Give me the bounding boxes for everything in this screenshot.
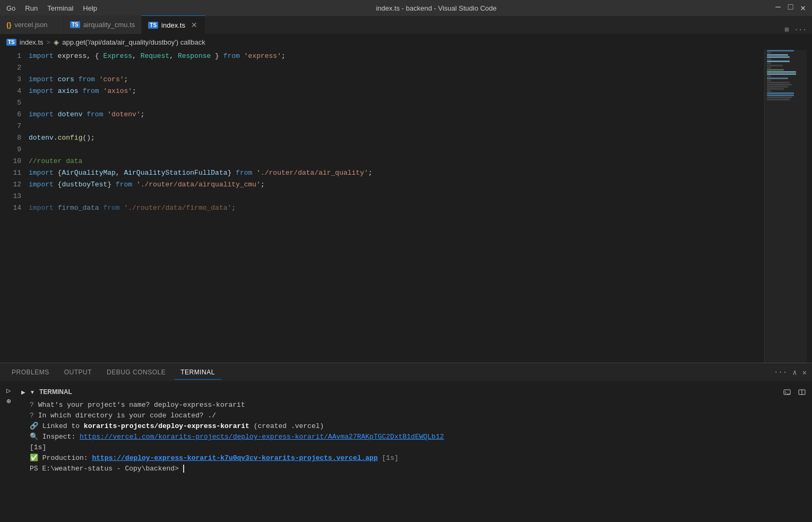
breadcrumb-sep: > (47, 38, 51, 46)
menu-run[interactable]: Run (25, 4, 38, 12)
line-num-7: 7 (0, 121, 21, 132)
terminal-content: ▷ ⊕ ▶ ▼ TERMINAL (0, 382, 812, 522)
tab-airquality-cmu[interactable]: TS airquality_cmu.ts (64, 15, 142, 34)
line-numbers: 1 2 3 4 5 6 7 8 9 10 11 12 13 14 (0, 49, 27, 363)
code-line-14: import firmo_data from './router/data/fi… (27, 202, 764, 214)
line-num-4: 4 (0, 85, 21, 97)
code-line-13 (27, 191, 764, 202)
panel-tab-bar: PROBLEMS OUTPUT DEBUG CONSOLE TERMINAL ·… (0, 363, 812, 382)
breadcrumb-context-icon: ◈ (54, 38, 59, 46)
code-line-8: dotenv . config (); (27, 132, 764, 144)
terminal-main: ▶ ▼ TERMINAL (21, 384, 808, 520)
panel-expand-icon[interactable]: ∧ (792, 368, 797, 377)
line-num-10: 10 (0, 156, 21, 167)
line-num-11: 11 (0, 167, 21, 179)
breadcrumb-context[interactable]: app.get('/api/data/air_quality/dustboy')… (62, 38, 205, 46)
line-num-1: 1 (0, 50, 21, 62)
ts-file-icon-breadcrumb: TS (6, 39, 16, 46)
split-editor-icon[interactable]: ⊞ (785, 25, 789, 34)
menu-terminal[interactable]: Terminal (47, 4, 73, 12)
maximize-button[interactable]: □ (788, 3, 793, 13)
line-num-5: 5 (0, 97, 21, 109)
menu-help[interactable]: Help (83, 4, 97, 12)
ts-file-icon: TS (70, 21, 80, 28)
editor-scrollbar[interactable] (807, 49, 812, 363)
terminal-split-icon[interactable] (796, 386, 808, 398)
tab-debug-console[interactable]: DEBUG CONSOLE (100, 365, 172, 379)
terminal-line-1: ? What's your project's name? deploy-exp… (21, 400, 808, 410)
line-num-13: 13 (0, 191, 21, 202)
tab-bar-actions: ⊞ ··· (785, 25, 812, 34)
tab-problems[interactable]: PROBLEMS (5, 365, 56, 379)
title-bar: Go Run Terminal Help index.ts - backend … (0, 0, 812, 16)
code-editor[interactable]: 1 2 3 4 5 6 7 8 9 10 11 12 13 14 import … (0, 49, 812, 363)
line-num-6: 6 (0, 109, 21, 121)
breadcrumb: TS index.ts > ◈ app.get('/api/data/air_q… (0, 35, 812, 49)
window-controls: ─ □ ✕ (775, 3, 806, 13)
minimize-button[interactable]: ─ (775, 3, 781, 13)
minimap (764, 49, 807, 363)
code-line-3: import cors from 'cors' ; (27, 74, 764, 85)
ts-file-icon-active: TS (148, 22, 158, 29)
minimap-content (765, 50, 807, 363)
code-line-6: import dotenv from 'dotenv' ; (27, 109, 764, 121)
json-file-icon: {} (6, 21, 11, 29)
line-num-8: 8 (0, 132, 21, 144)
panel-more-icon[interactable]: ··· (774, 368, 787, 376)
code-line-7 (27, 121, 764, 132)
code-line-4: import axios from 'axios' ; (27, 85, 764, 97)
terminal-sidebar: ▷ ⊕ (4, 384, 17, 520)
code-line-10: //router data (27, 156, 764, 167)
terminal-line-5: [1s] (21, 442, 808, 453)
code-line-11: import { AirQualityMap , AirQualityStati… (27, 167, 764, 179)
terminal-line-4: 🔍 Inspect: https://vercel.com/korarits-p… (21, 432, 808, 442)
terminal-prompt-line: PS E:\weather-status - Copy\backend> (21, 464, 808, 474)
line-num-3: 3 (0, 74, 21, 85)
tab-close-button[interactable]: ✕ (190, 21, 198, 29)
terminal-label: TERMINAL (39, 388, 72, 396)
title-bar-menu: Go Run Terminal Help (6, 4, 97, 12)
terminal-line-3: 🔗 Linked to korarits-projects/deploy-exp… (21, 421, 808, 432)
tab-terminal[interactable]: TERMINAL (174, 365, 221, 380)
tab-vercel-json[interactable]: {} vercel.json (0, 15, 64, 34)
code-line-12: import { dustboyTest } from './router/da… (27, 179, 764, 191)
tab-label-index: index.ts (161, 21, 185, 29)
tab-bar: {} vercel.json TS airquality_cmu.ts TS i… (0, 16, 812, 35)
breadcrumb-filename[interactable]: index.ts (20, 38, 44, 46)
terminal-chevron-right: ▶ (21, 389, 25, 395)
menu-go[interactable]: Go (6, 4, 15, 12)
code-line-9 (27, 144, 764, 156)
terminal-line-2: ? In which directory is your code locate… (21, 410, 808, 421)
line-num-2: 2 (0, 62, 21, 74)
terminal-plug-icon[interactable]: ⊕ (6, 397, 15, 405)
terminal-icons-right (781, 386, 808, 398)
terminal-new-icon[interactable] (781, 386, 793, 398)
tab-index-ts[interactable]: TS index.ts ✕ (142, 15, 205, 34)
kw-import-1: import (29, 50, 54, 62)
line-num-14: 14 (0, 202, 21, 214)
terminal-chevron-down: ▼ (30, 389, 35, 395)
tab-output[interactable]: OUTPUT (58, 365, 98, 379)
line-num-12: 12 (0, 179, 21, 191)
terminal-cursor (183, 465, 188, 473)
line-num-9: 9 (0, 144, 21, 156)
panel-close-icon[interactable]: ✕ (802, 368, 807, 377)
main-area: 1 2 3 4 5 6 7 8 9 10 11 12 13 14 import … (0, 49, 812, 522)
more-actions-icon[interactable]: ··· (794, 26, 807, 34)
code-content: import express, { Express , Request , Re… (27, 49, 764, 363)
code-line-5 (27, 97, 764, 109)
window-title: index.ts - backend - Visual Studio Code (108, 4, 765, 12)
panel-tab-actions: ··· ∧ ✕ (774, 368, 807, 377)
terminal-line-6: ✅ Production: https://deploy-express-kor… (21, 453, 808, 464)
code-line-2 (27, 62, 764, 74)
panel-area: PROBLEMS OUTPUT DEBUG CONSOLE TERMINAL ·… (0, 363, 812, 522)
tab-label-airquality: airquality_cmu.ts (83, 21, 135, 29)
terminal-expand-icon[interactable]: ▷ (6, 386, 15, 395)
terminal-header[interactable]: ▶ ▼ TERMINAL (21, 384, 808, 400)
tab-label-vercel-json: vercel.json (14, 21, 47, 29)
code-line-1: import express, { Express , Request , Re… (27, 50, 764, 62)
editor-area: 1 2 3 4 5 6 7 8 9 10 11 12 13 14 import … (0, 49, 812, 522)
close-button[interactable]: ✕ (800, 3, 806, 13)
